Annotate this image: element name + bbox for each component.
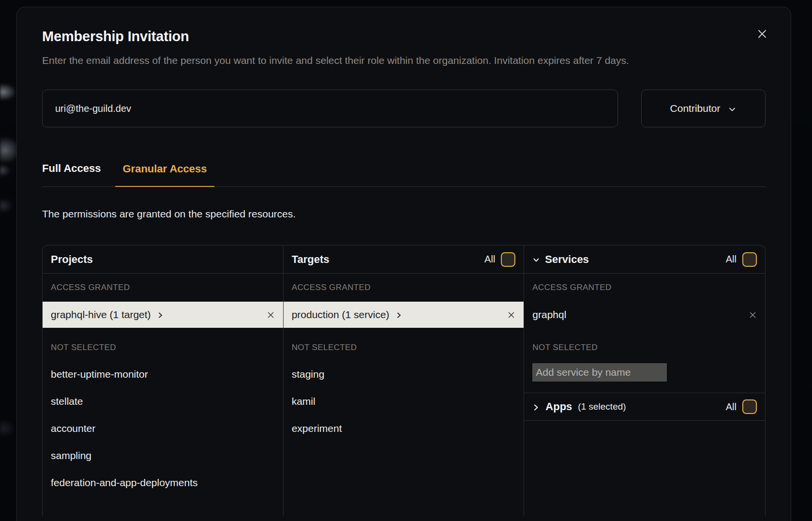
services-granted-row: graphql <box>524 302 765 328</box>
tab-granular-access[interactable]: Granular Access <box>115 163 214 187</box>
project-item[interactable]: accounter <box>43 415 283 442</box>
services-column: Services All ACCESS GRANTED graphql NOT <box>524 245 765 516</box>
services-granted-label: graphql <box>532 309 566 321</box>
close-button[interactable] <box>755 27 769 41</box>
email-input[interactable] <box>42 90 618 127</box>
role-select-value: Contributor <box>670 103 721 114</box>
add-service-input[interactable] <box>532 363 667 382</box>
apps-row[interactable]: Apps (1 selected) All <box>524 393 765 421</box>
services-all-label: All <box>726 254 737 265</box>
projects-column: Projects ACCESS GRANTED graphql-hive (1 … <box>43 245 284 516</box>
project-item[interactable]: stellate <box>43 388 283 415</box>
project-item[interactable]: sampling <box>43 442 283 469</box>
remove-target-button[interactable] <box>507 311 515 319</box>
close-icon <box>507 311 515 319</box>
apps-all-wrap: All <box>726 399 757 414</box>
projects-not-selected-label: NOT SELECTED <box>43 335 283 361</box>
target-item[interactable]: experiment <box>284 415 524 442</box>
project-item[interactable]: federation-and-app-deployments <box>43 469 283 496</box>
services-access-granted-label: ACCESS GRANTED <box>524 274 765 302</box>
services-all-checkbox[interactable] <box>742 252 757 267</box>
target-item[interactable]: staging <box>284 361 524 388</box>
targets-column: Targets All ACCESS GRANTED production (1… <box>284 245 525 516</box>
services-not-selected-label: NOT SELECTED <box>524 335 765 361</box>
targets-all-label: All <box>484 254 495 265</box>
access-tabs: Full Access Granular Access <box>42 162 766 187</box>
chevron-right-icon <box>532 404 540 411</box>
apps-all-checkbox[interactable] <box>742 399 757 414</box>
targets-title: Targets <box>292 253 330 266</box>
projects-title: Projects <box>51 253 93 266</box>
permissions-note: The permissions are granted on the speci… <box>42 208 766 220</box>
apps-selected-count: (1 selected) <box>578 401 626 412</box>
targets-header: Targets All <box>284 245 524 274</box>
close-icon <box>749 311 757 319</box>
remove-project-button[interactable] <box>267 311 275 319</box>
dialog-description: Enter the email address of the person yo… <box>42 51 721 69</box>
close-icon <box>756 28 768 40</box>
targets-all-checkbox[interactable] <box>501 252 515 267</box>
chevron-right-icon <box>395 312 402 319</box>
services-all-wrap: All <box>726 252 757 267</box>
role-select[interactable]: Contributor <box>641 90 766 127</box>
project-item[interactable]: better-uptime-monitor <box>43 361 283 388</box>
chevron-down-icon <box>532 256 540 264</box>
apps-all-label: All <box>726 401 737 413</box>
projects-header: Projects <box>43 245 283 274</box>
projects-selected-row[interactable]: graphql-hive (1 target) <box>43 302 283 328</box>
targets-selected-label: production (1 service) <box>292 309 390 321</box>
membership-invitation-dialog: Membership Invitation Enter the email ad… <box>16 7 791 521</box>
chevron-right-icon <box>157 312 164 319</box>
targets-selected-row[interactable]: production (1 service) <box>284 302 524 328</box>
remove-service-button[interactable] <box>749 311 757 319</box>
targets-all-wrap: All <box>484 252 515 267</box>
projects-selected-label: graphql-hive (1 target) <box>51 309 151 321</box>
projects-access-granted-label: ACCESS GRANTED <box>43 274 283 302</box>
close-icon <box>267 311 275 319</box>
dialog-title: Membership Invitation <box>42 29 766 45</box>
chevron-down-icon <box>728 105 737 114</box>
tab-full-access[interactable]: Full Access <box>42 162 101 186</box>
resources-table: Projects ACCESS GRANTED graphql-hive (1 … <box>42 245 766 516</box>
services-title: Services <box>545 253 589 266</box>
invite-row: Contributor <box>42 90 766 127</box>
apps-title: Apps <box>545 400 572 413</box>
targets-not-selected-label: NOT SELECTED <box>284 335 524 361</box>
targets-access-granted-label: ACCESS GRANTED <box>284 274 524 302</box>
services-header[interactable]: Services All <box>524 245 765 274</box>
target-item[interactable]: kamil <box>284 388 524 415</box>
